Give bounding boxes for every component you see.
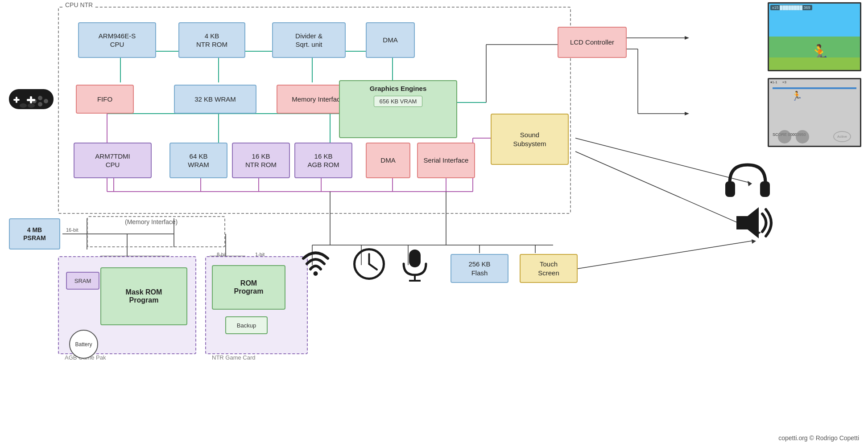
- mem-interface-ext-label: (Memory Interface): [125, 218, 178, 225]
- speaker-icon: [732, 203, 781, 245]
- flash-256kb-block: 256 KB Flash: [451, 254, 508, 283]
- wram-64kb-block: 64 KB WRAM: [169, 143, 227, 178]
- cpu-ntr-label: CPU NTR: [63, 1, 95, 8]
- agb-rom-16kb-block: 16 KB AGB ROM: [294, 143, 352, 178]
- divider-block: Divider & Sqrt. unit: [272, 22, 346, 58]
- svg-line-40: [578, 241, 754, 269]
- svg-point-61: [28, 103, 35, 108]
- controller-icon: [4, 82, 58, 124]
- bit-label-16-1: 16-bit: [66, 227, 79, 233]
- backup-block: Backup: [225, 316, 268, 334]
- copyright-label: copetti.org © Rodrigo Copetti: [778, 434, 859, 442]
- svg-rect-68: [409, 250, 421, 267]
- sram-block: SRAM: [66, 272, 99, 290]
- svg-point-56: [38, 96, 42, 100]
- psram-block: 4 MB PSRAM: [9, 218, 60, 250]
- svg-point-64: [314, 271, 318, 276]
- arm946-cpu-block: ARM946E-S CPU: [78, 22, 156, 58]
- fifo-block: FIFO: [76, 85, 134, 114]
- svg-point-60: [20, 103, 27, 108]
- top-screen: x15 ████████ 369 🏃: [768, 2, 861, 71]
- dma-bottom-block: DMA: [366, 143, 410, 178]
- vram-sub-block: 656 KB VRAM: [374, 96, 423, 107]
- ntr-rom-4kb-block: 4 KB NTR ROM: [178, 22, 245, 58]
- diagram-container: CPU NTR ARM946E-S CPU 4 KB NTR ROM Divid…: [0, 0, 868, 446]
- svg-marker-18: [685, 112, 689, 115]
- svg-line-67: [369, 264, 377, 270]
- arm7tdmi-block: ARM7TDMI CPU: [74, 143, 152, 178]
- svg-point-57: [44, 99, 48, 103]
- serial-interface-block: Serial Interface: [417, 143, 475, 178]
- clock-icon: [352, 247, 386, 288]
- lcd-controller-block: LCD Controller: [558, 27, 627, 58]
- ntr-card-label: NTR Game Card: [212, 354, 256, 361]
- mic-icon: [399, 247, 430, 291]
- ntr-rom-16kb-block: 16 KB NTR ROM: [232, 143, 290, 178]
- dma-top-block: DMA: [366, 22, 415, 58]
- rom-program-block: ROM Program: [212, 265, 285, 310]
- wifi-icon: [299, 245, 332, 287]
- svg-rect-63: [27, 99, 35, 101]
- svg-marker-14: [685, 36, 689, 40]
- bottom-screen: ♦1-1 ×3 🏃 SCORE 00003950 Active: [768, 78, 861, 147]
- svg-point-59: [38, 102, 42, 106]
- graphics-engines-block: Graphics Engines 656 KB VRAM: [339, 80, 457, 138]
- touch-screen-block: Touch Screen: [520, 254, 578, 283]
- svg-marker-73: [736, 207, 759, 238]
- mask-rom-block: Mask ROM Program: [100, 267, 187, 325]
- svg-rect-71: [725, 181, 735, 197]
- sound-subsystem-block: Sound Subsystem: [491, 114, 569, 165]
- wram-32kb-block: 32 KB WRAM: [174, 85, 256, 114]
- headphones-icon: [723, 158, 772, 205]
- battery-block: Battery: [69, 330, 98, 359]
- svg-rect-55: [13, 99, 20, 101]
- svg-rect-72: [760, 181, 770, 197]
